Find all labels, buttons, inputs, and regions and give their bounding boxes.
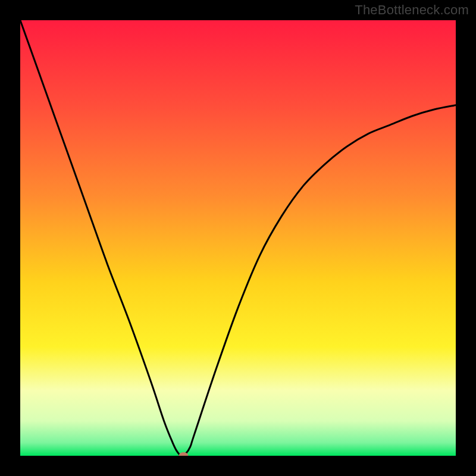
- gradient-background: [20, 20, 456, 456]
- watermark-text: TheBottleneck.com: [355, 2, 469, 18]
- chart-svg: [20, 20, 456, 456]
- chart-frame: TheBottleneck.com: [0, 0, 476, 476]
- plot-area: [20, 20, 456, 456]
